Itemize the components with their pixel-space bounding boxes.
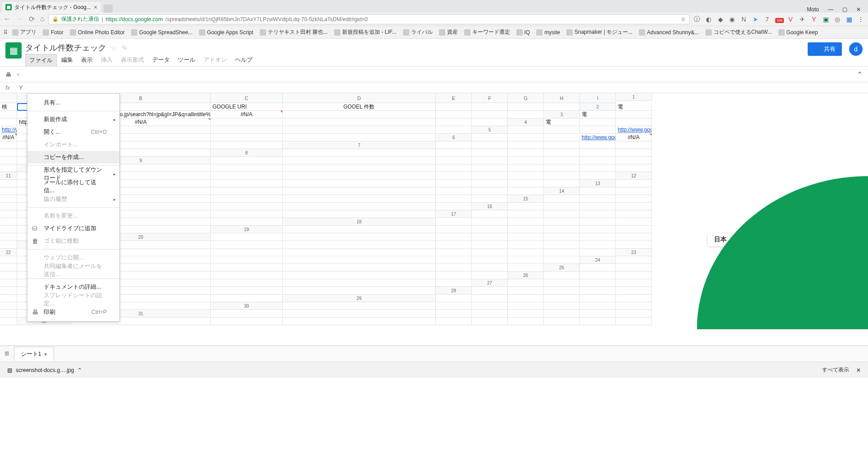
bookmark-item[interactable]: Snapmaker | モジュー... (565, 27, 634, 37)
cell-D10[interactable] (436, 164, 472, 172)
cell-A3[interactable]: 電 (580, 111, 616, 118)
row-header[interactable]: 12 (616, 172, 652, 180)
row-header[interactable]: 14 (544, 187, 580, 195)
show-all-downloads[interactable]: すべて表示 (822, 366, 849, 374)
cell-B3[interactable] (616, 111, 652, 118)
cell-G10[interactable] (544, 164, 580, 172)
cell-B13[interactable] (0, 187, 17, 195)
cell-C26[interactable] (616, 272, 652, 279)
cell-F30[interactable] (580, 302, 616, 310)
cell-F19[interactable] (580, 226, 616, 233)
cell-H23[interactable] (508, 256, 544, 264)
cell-D9[interactable] (472, 157, 508, 164)
cell-H14[interactable] (436, 195, 472, 203)
cell-D30[interactable] (508, 302, 544, 310)
file-menu-item[interactable]: コピーを作成... (27, 151, 119, 163)
cell-E2[interactable]: #N/A (211, 111, 283, 118)
cell-A5[interactable] (508, 126, 544, 134)
cell-D18[interactable] (544, 218, 580, 226)
cell-I2[interactable] (508, 111, 544, 118)
menu-icon[interactable]: ⋮ (857, 16, 864, 23)
row-header[interactable]: 19 (211, 226, 283, 233)
cell-I32[interactable] (616, 318, 652, 325)
new-tab-button[interactable] (104, 5, 113, 13)
cell-E5[interactable]: #N/A (0, 134, 17, 141)
sheet-tab-menu-icon[interactable]: ▾ (44, 351, 47, 358)
cell-I21[interactable] (616, 241, 652, 249)
cell-F24[interactable] (283, 264, 436, 272)
cell-G9[interactable] (580, 157, 616, 164)
cell-G2[interactable] (436, 111, 472, 118)
cell-B20[interactable] (283, 233, 436, 241)
cell-G26[interactable] (211, 279, 283, 287)
ext-icon[interactable]: 7 (764, 16, 771, 23)
cell-B27[interactable] (544, 279, 580, 287)
cell-E19[interactable] (544, 226, 580, 233)
cell-C31[interactable] (436, 310, 472, 318)
cell-G25[interactable] (283, 272, 436, 279)
row-header[interactable]: 15 (508, 195, 544, 203)
cell-I26[interactable] (436, 279, 472, 287)
cell-A30[interactable] (283, 302, 436, 310)
cell-I16[interactable] (283, 210, 436, 218)
cell-A17[interactable] (472, 210, 508, 218)
reload-icon[interactable]: ⟳ (29, 15, 35, 23)
cell-E31[interactable] (508, 310, 544, 318)
cell-D11[interactable] (283, 172, 436, 180)
menu-データ[interactable]: データ (149, 54, 173, 66)
cell-C21[interactable] (283, 241, 436, 249)
share-button[interactable]: 👤 共有 (808, 42, 842, 56)
bookmark-item[interactable]: Online Photo Editor (68, 27, 127, 37)
avatar[interactable]: d (849, 42, 863, 56)
cell-E13[interactable] (211, 187, 283, 195)
cell-E28[interactable] (616, 287, 652, 295)
cell-B16[interactable] (544, 203, 580, 210)
cell-F25[interactable] (211, 272, 283, 279)
cell-F8[interactable] (580, 149, 616, 157)
file-menu-item[interactable]: メールに添付して送信... (27, 180, 119, 193)
menu-ヘルプ[interactable]: ヘルプ (231, 54, 256, 66)
cell-H2[interactable] (472, 111, 508, 118)
cell-E10[interactable] (472, 164, 508, 172)
cell-E16[interactable] (0, 210, 17, 218)
cell-I1[interactable] (544, 103, 580, 111)
cell-G4[interactable] (211, 126, 283, 134)
cell-D4[interactable]: http://www.google.co.jp/search?hl=jp&gl=… (0, 126, 17, 134)
row-header[interactable]: 30 (211, 302, 283, 310)
cell-D31[interactable] (472, 310, 508, 318)
cell-F20[interactable] (544, 233, 580, 241)
cell-B14[interactable] (616, 187, 652, 195)
cell-E20[interactable] (508, 233, 544, 241)
row-header[interactable]: 6 (436, 134, 472, 141)
cell-B15[interactable] (580, 195, 616, 203)
row-header[interactable]: 7 (283, 141, 436, 149)
cell-I6[interactable] (211, 141, 283, 149)
row-header[interactable]: 18 (283, 218, 436, 226)
cell-F2[interactable] (283, 111, 436, 118)
chevron-up-icon[interactable]: ⌃ (77, 367, 82, 373)
cell-G14[interactable] (283, 195, 436, 203)
cell-A20[interactable] (211, 233, 283, 241)
cell-E6[interactable]: #N/A (616, 134, 652, 141)
cell-I25[interactable] (472, 272, 508, 279)
cell-F23[interactable] (436, 256, 472, 264)
cell-G3[interactable] (283, 118, 436, 126)
cell-H22[interactable] (544, 249, 580, 256)
cell-I23[interactable] (544, 256, 580, 264)
cell-H15[interactable] (283, 203, 436, 210)
cell-D22[interactable] (283, 249, 436, 256)
cell-C5[interactable] (580, 126, 616, 134)
cell-A19[interactable] (283, 226, 436, 233)
cell-C16[interactable] (580, 203, 616, 210)
cell-E11[interactable] (436, 172, 472, 180)
cell-C27[interactable] (580, 279, 616, 287)
cell-B2[interactable] (0, 111, 17, 118)
cell-B17[interactable] (508, 210, 544, 218)
ext-icon[interactable]: ▦ (845, 16, 853, 23)
cell-C10[interactable] (283, 164, 436, 172)
row-header[interactable]: 11 (0, 172, 17, 180)
cell-F1[interactable] (436, 103, 472, 111)
bookmark-item[interactable]: コピペで使えるChatW... (704, 27, 774, 37)
row-header[interactable]: 5 (472, 126, 508, 134)
cell-H32[interactable] (580, 318, 616, 325)
